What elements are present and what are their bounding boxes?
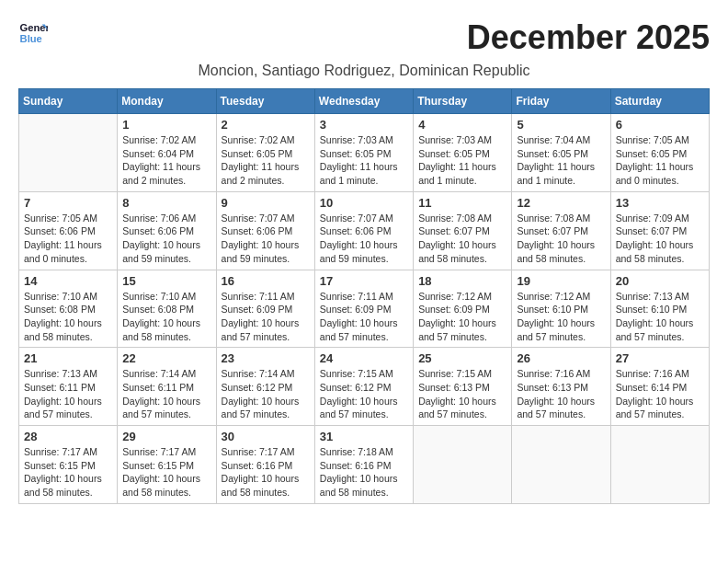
calendar-cell: 3Sunrise: 7:03 AM Sunset: 6:05 PM Daylig… [314,114,413,192]
cell-day-number: 26 [517,351,605,365]
cell-info-text: Sunrise: 7:17 AM Sunset: 6:16 PM Dayligh… [222,445,310,500]
calendar-cell: 4Sunrise: 7:03 AM Sunset: 6:05 PM Daylig… [414,114,512,192]
calendar-cell: 7Sunrise: 7:05 AM Sunset: 6:06 PM Daylig… [19,191,118,270]
calendar-week-row: 1Sunrise: 7:02 AM Sunset: 6:04 PM Daylig… [19,114,710,192]
month-year-title: December 2025 [467,18,710,57]
cell-info-text: Sunrise: 7:08 AM Sunset: 6:07 PM Dayligh… [418,212,506,266]
cell-day-number: 27 [616,351,704,365]
calendar-cell: 16Sunrise: 7:11 AM Sunset: 6:09 PM Dayli… [216,270,314,348]
svg-text:Blue: Blue [20,33,42,44]
cell-day-number: 28 [24,430,112,443]
calendar-cell: 2Sunrise: 7:02 AM Sunset: 6:05 PM Daylig… [216,114,314,192]
calendar-cell: 30Sunrise: 7:17 AM Sunset: 6:16 PM Dayli… [216,426,314,504]
page-container: General Blue December 2025 Moncion, Sant… [18,18,710,504]
cell-day-number: 11 [418,196,506,210]
cell-day-number: 18 [418,274,506,288]
cell-day-number: 24 [320,351,408,365]
cell-day-number: 4 [418,118,506,132]
cell-day-number: 10 [320,196,408,210]
svg-text:General: General [20,22,48,33]
calendar-cell: 6Sunrise: 7:05 AM Sunset: 6:05 PM Daylig… [610,114,709,192]
logo-icon: General Blue [18,18,48,48]
page-header: General Blue December 2025 [18,18,710,61]
title-section: December 2025 [467,18,710,57]
cell-day-number: 20 [616,274,704,288]
cell-info-text: Sunrise: 7:16 AM Sunset: 6:14 PM Dayligh… [616,367,704,421]
calendar-cell: 11Sunrise: 7:08 AM Sunset: 6:07 PM Dayli… [414,191,512,270]
calendar-cell [19,114,118,192]
calendar-cell: 5Sunrise: 7:04 AM Sunset: 6:05 PM Daylig… [512,114,610,192]
calendar-cell: 27Sunrise: 7:16 AM Sunset: 6:14 PM Dayli… [610,348,709,426]
cell-day-number: 6 [616,118,704,132]
calendar-cell: 18Sunrise: 7:12 AM Sunset: 6:09 PM Dayli… [414,270,512,348]
calendar-cell [512,426,610,504]
cell-info-text: Sunrise: 7:02 AM Sunset: 6:04 PM Dayligh… [122,133,210,188]
cell-info-text: Sunrise: 7:15 AM Sunset: 6:13 PM Dayligh… [418,367,506,421]
calendar-cell: 22Sunrise: 7:14 AM Sunset: 6:11 PM Dayli… [118,348,216,426]
cell-day-number: 3 [320,118,408,132]
cell-info-text: Sunrise: 7:07 AM Sunset: 6:06 PM Dayligh… [320,212,408,266]
calendar-cell: 25Sunrise: 7:15 AM Sunset: 6:13 PM Dayli… [414,348,512,426]
cell-day-number: 17 [320,274,408,288]
cell-day-number: 2 [222,118,310,132]
cell-day-number: 12 [517,196,605,210]
calendar-cell: 31Sunrise: 7:18 AM Sunset: 6:16 PM Dayli… [314,426,413,504]
cell-info-text: Sunrise: 7:16 AM Sunset: 6:13 PM Dayligh… [517,367,605,421]
calendar-cell: 26Sunrise: 7:16 AM Sunset: 6:13 PM Dayli… [512,348,610,426]
calendar-cell: 13Sunrise: 7:09 AM Sunset: 6:07 PM Dayli… [610,191,709,270]
cell-day-number: 9 [222,196,310,210]
cell-info-text: Sunrise: 7:04 AM Sunset: 6:05 PM Dayligh… [517,133,605,188]
cell-day-number: 30 [222,430,310,443]
weekday-header-row: SundayMondayTuesdayWednesdayThursdayFrid… [19,89,710,114]
weekday-header-friday: Friday [512,89,610,114]
cell-info-text: Sunrise: 7:18 AM Sunset: 6:16 PM Dayligh… [320,445,408,500]
calendar-cell: 12Sunrise: 7:08 AM Sunset: 6:07 PM Dayli… [512,191,610,270]
calendar-cell: 21Sunrise: 7:13 AM Sunset: 6:11 PM Dayli… [19,348,118,426]
cell-info-text: Sunrise: 7:12 AM Sunset: 6:09 PM Dayligh… [418,290,506,344]
weekday-header-saturday: Saturday [610,89,709,114]
cell-info-text: Sunrise: 7:13 AM Sunset: 6:10 PM Dayligh… [616,290,704,344]
cell-info-text: Sunrise: 7:12 AM Sunset: 6:10 PM Dayligh… [517,290,605,344]
cell-info-text: Sunrise: 7:17 AM Sunset: 6:15 PM Dayligh… [122,445,210,500]
cell-info-text: Sunrise: 7:05 AM Sunset: 6:05 PM Dayligh… [616,133,704,188]
cell-info-text: Sunrise: 7:07 AM Sunset: 6:06 PM Dayligh… [222,212,310,266]
calendar-week-row: 28Sunrise: 7:17 AM Sunset: 6:15 PM Dayli… [19,426,710,504]
cell-info-text: Sunrise: 7:09 AM Sunset: 6:07 PM Dayligh… [616,212,704,266]
cell-info-text: Sunrise: 7:14 AM Sunset: 6:11 PM Dayligh… [122,367,210,421]
cell-info-text: Sunrise: 7:08 AM Sunset: 6:07 PM Dayligh… [517,212,605,266]
calendar-cell: 20Sunrise: 7:13 AM Sunset: 6:10 PM Dayli… [610,270,709,348]
cell-info-text: Sunrise: 7:06 AM Sunset: 6:06 PM Dayligh… [122,212,210,266]
cell-day-number: 31 [320,430,408,443]
calendar-cell: 9Sunrise: 7:07 AM Sunset: 6:06 PM Daylig… [216,191,314,270]
calendar-cell: 8Sunrise: 7:06 AM Sunset: 6:06 PM Daylig… [118,191,216,270]
calendar-cell: 28Sunrise: 7:17 AM Sunset: 6:15 PM Dayli… [19,426,118,504]
cell-day-number: 8 [122,196,210,210]
calendar-week-row: 14Sunrise: 7:10 AM Sunset: 6:08 PM Dayli… [19,270,710,348]
calendar-cell: 17Sunrise: 7:11 AM Sunset: 6:09 PM Dayli… [314,270,413,348]
cell-info-text: Sunrise: 7:11 AM Sunset: 6:09 PM Dayligh… [320,290,408,344]
cell-day-number: 7 [24,196,112,210]
cell-info-text: Sunrise: 7:10 AM Sunset: 6:08 PM Dayligh… [122,290,210,344]
cell-info-text: Sunrise: 7:05 AM Sunset: 6:06 PM Dayligh… [24,212,112,266]
weekday-header-thursday: Thursday [414,89,512,114]
cell-day-number: 13 [616,196,704,210]
cell-info-text: Sunrise: 7:03 AM Sunset: 6:05 PM Dayligh… [320,133,408,188]
weekday-header-tuesday: Tuesday [216,89,314,114]
calendar-cell: 15Sunrise: 7:10 AM Sunset: 6:08 PM Dayli… [118,270,216,348]
calendar-cell: 14Sunrise: 7:10 AM Sunset: 6:08 PM Dayli… [19,270,118,348]
cell-day-number: 22 [122,351,210,365]
cell-day-number: 21 [24,351,112,365]
calendar-cell: 29Sunrise: 7:17 AM Sunset: 6:15 PM Dayli… [118,426,216,504]
cell-day-number: 23 [222,351,310,365]
calendar-cell: 24Sunrise: 7:15 AM Sunset: 6:12 PM Dayli… [314,348,413,426]
calendar-table: SundayMondayTuesdayWednesdayThursdayFrid… [18,88,710,504]
calendar-cell: 23Sunrise: 7:14 AM Sunset: 6:12 PM Dayli… [216,348,314,426]
calendar-cell: 1Sunrise: 7:02 AM Sunset: 6:04 PM Daylig… [118,114,216,192]
cell-info-text: Sunrise: 7:14 AM Sunset: 6:12 PM Dayligh… [222,367,310,421]
cell-day-number: 14 [24,274,112,288]
cell-info-text: Sunrise: 7:17 AM Sunset: 6:15 PM Dayligh… [24,445,112,500]
calendar-cell [414,426,512,504]
calendar-week-row: 21Sunrise: 7:13 AM Sunset: 6:11 PM Dayli… [19,348,710,426]
logo: General Blue [18,18,51,48]
cell-day-number: 19 [517,274,605,288]
